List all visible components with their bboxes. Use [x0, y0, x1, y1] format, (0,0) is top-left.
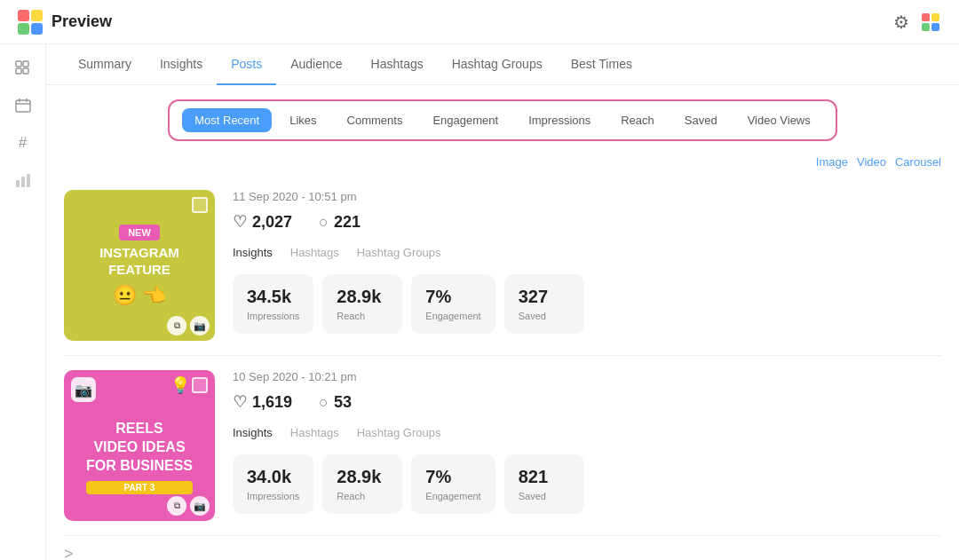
svg-rect-3	[31, 23, 43, 35]
posts-list: NEW INSTAGRAM FEATURE 😐 👈 ⧉ 📷 11 Sep 202…	[46, 176, 959, 536]
comments-count-1: 221	[334, 213, 361, 232]
post-thumbnail-1: NEW INSTAGRAM FEATURE 😐 👈 ⧉ 📷	[64, 190, 215, 341]
media-filter-video[interactable]: Video	[857, 155, 886, 169]
metric-saved-1: 327 Saved	[504, 274, 584, 334]
metric-reach-1: 28.9k Reach	[322, 274, 402, 334]
filter-impressions[interactable]: Impressions	[516, 108, 603, 132]
thumb-icon-instagram-2[interactable]: 📷	[190, 496, 210, 516]
svg-rect-4	[922, 13, 930, 21]
thumb-icon-copy-2[interactable]: ⧉	[167, 496, 186, 516]
tab-posts[interactable]: Posts	[217, 44, 276, 85]
bottom-nav: >	[46, 536, 959, 560]
svg-rect-5	[931, 13, 939, 21]
nav-tabs: Summary Insights Posts Audience Hashtags…	[46, 44, 959, 85]
thumb-sub-badge-2: PART 3	[86, 481, 193, 494]
tab-hashtag-groups[interactable]: Hashtag Groups	[438, 44, 557, 85]
metric-label-reach-2: Reach	[337, 491, 388, 501]
header-icons: ⚙	[893, 12, 941, 33]
insight-tab-insights-1[interactable]: Insights	[233, 242, 281, 263]
settings-icon[interactable]: ⚙	[893, 12, 909, 33]
post-comments-2: ○ 53	[319, 393, 352, 412]
post-checkbox-1[interactable]	[192, 197, 208, 213]
filter-reach[interactable]: Reach	[608, 108, 667, 132]
post-card: NEW INSTAGRAM FEATURE 😐 👈 ⧉ 📷 11 Sep 202…	[64, 176, 941, 356]
heart-icon: ♡	[233, 212, 247, 232]
filter-likes[interactable]: Likes	[277, 108, 329, 132]
thumb-content-2: REELS VIDEO IDEAS FOR BUSINESS PART 3	[86, 420, 193, 497]
post-thumbnail-2: 📷 💡 REELS VIDEO IDEAS FOR BUSINESS PART …	[64, 370, 215, 521]
post-info-1: 11 Sep 2020 - 10:51 pm ♡ 2,027 ○ 221 Ins…	[233, 190, 941, 341]
metrics-grid-1: 34.5k Impressions 28.9k Reach 7% Engagem…	[233, 274, 941, 334]
metric-label-saved-1: Saved	[519, 311, 570, 321]
media-filters: Image Video Carousel	[46, 155, 959, 176]
svg-rect-9	[23, 61, 28, 67]
thumb-icon-copy[interactable]: ⧉	[167, 316, 186, 335]
filter-saved[interactable]: Saved	[672, 108, 730, 132]
svg-rect-18	[27, 174, 30, 187]
metric-label-engagement-2: Engagement	[425, 491, 480, 501]
metric-engagement-1: 7% Engagement	[411, 274, 495, 334]
tab-hashtags[interactable]: Hashtags	[357, 44, 438, 85]
metric-impressions-1: 34.5k Impressions	[233, 274, 313, 334]
post-likes-1: ♡ 2,027	[233, 212, 292, 232]
insight-tab-groups-1[interactable]: Hashtag Groups	[357, 242, 450, 263]
sidebar-item-analytics[interactable]	[13, 170, 33, 190]
metric-value-reach-2: 28.9k	[337, 467, 388, 487]
filter-video-views[interactable]: Video Views	[735, 108, 823, 132]
comment-icon-2: ○	[319, 393, 329, 412]
instagram-icon: 📷	[71, 377, 96, 402]
svg-rect-1	[31, 10, 43, 21]
filter-comments[interactable]: Comments	[335, 108, 416, 132]
metric-value-impressions-2: 34.0k	[247, 467, 299, 487]
insight-tabs-2: Insights Hashtags Hashtag Groups	[233, 422, 941, 444]
post-likes-2: ♡ 1,619	[233, 392, 292, 412]
thumb-icon-instagram[interactable]: 📷	[190, 316, 210, 335]
svg-rect-16	[16, 180, 20, 187]
metric-value-impressions-1: 34.5k	[247, 287, 299, 307]
next-page-button[interactable]: >	[64, 545, 74, 560]
comment-icon: ○	[319, 213, 329, 232]
grid-color-icon[interactable]	[920, 12, 941, 33]
svg-rect-17	[21, 177, 25, 187]
main-content: Summary Insights Posts Audience Hashtags…	[46, 44, 959, 560]
thumb-icons-1: ⧉ 📷	[167, 316, 210, 335]
sidebar-item-calendar[interactable]	[13, 96, 33, 115]
tab-best-times[interactable]: Best Times	[557, 44, 646, 85]
metric-label-impressions-1: Impressions	[247, 311, 299, 321]
filter-engagement[interactable]: Engagement	[420, 108, 511, 132]
media-filter-image[interactable]: Image	[816, 155, 848, 169]
svg-rect-10	[16, 68, 21, 74]
insight-tab-insights-2[interactable]: Insights	[233, 422, 281, 443]
sidebar-item-grid[interactable]	[13, 59, 33, 78]
sidebar-item-hashtag[interactable]: #	[13, 133, 33, 153]
thumb-emoji-1: 😐 👈	[113, 284, 166, 307]
svg-rect-0	[18, 10, 29, 21]
metric-value-saved-2: 821	[519, 467, 570, 487]
metric-engagement-2: 7% Engagement	[411, 454, 495, 514]
metric-label-engagement-1: Engagement	[425, 311, 480, 321]
metrics-grid-2: 34.0k Impressions 28.9k Reach 7% Engagem…	[233, 454, 941, 514]
svg-rect-7	[931, 23, 939, 31]
insight-tabs-1: Insights Hashtags Hashtag Groups	[233, 242, 941, 264]
metric-reach-2: 28.9k Reach	[322, 454, 402, 514]
filter-most-recent[interactable]: Most Recent	[182, 108, 272, 132]
svg-rect-11	[23, 68, 28, 74]
insight-tab-hashtags-2[interactable]: Hashtags	[290, 422, 348, 443]
app-logo	[18, 10, 43, 35]
likes-count-1: 2,027	[252, 213, 292, 232]
tab-insights[interactable]: Insights	[146, 44, 217, 85]
post-info-2: 10 Sep 2020 - 10:21 pm ♡ 1,619 ○ 53 Insi…	[233, 370, 941, 521]
comments-count-2: 53	[334, 393, 352, 412]
tab-summary[interactable]: Summary	[64, 44, 146, 85]
svg-rect-2	[18, 23, 29, 35]
tab-audience[interactable]: Audience	[276, 44, 356, 85]
post-checkbox-2[interactable]	[192, 377, 208, 393]
heart-icon-2: ♡	[233, 392, 247, 412]
svg-rect-6	[922, 23, 930, 31]
svg-rect-12	[16, 100, 30, 112]
post-stats-1: ♡ 2,027 ○ 221	[233, 212, 941, 232]
insight-tab-groups-2[interactable]: Hashtag Groups	[357, 422, 450, 443]
filter-bar: Most Recent Likes Comments Engagement Im…	[168, 99, 837, 141]
media-filter-carousel[interactable]: Carousel	[895, 155, 941, 169]
insight-tab-hashtags-1[interactable]: Hashtags	[290, 242, 348, 263]
